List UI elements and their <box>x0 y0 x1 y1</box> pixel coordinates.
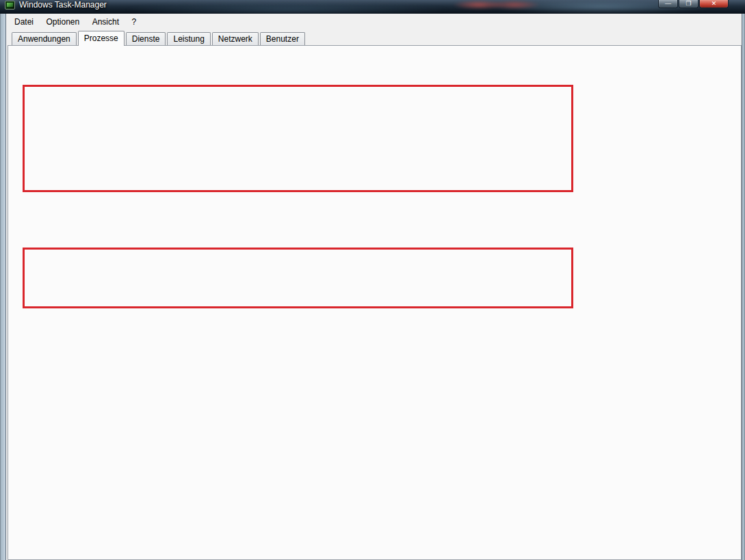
minimize-icon: — <box>665 0 671 7</box>
maximize-button[interactable]: ❐ <box>679 0 698 8</box>
menu-bar: Datei Optionen Ansicht ? <box>6 14 742 29</box>
tab-prozesse[interactable]: Prozesse <box>78 31 125 46</box>
window-controls: — ❐ ✕ <box>657 0 729 8</box>
tab-anwendungen[interactable]: Anwendungen <box>12 32 77 45</box>
processes-tab-panel <box>8 45 742 560</box>
close-icon: ✕ <box>711 0 717 7</box>
minimize-button[interactable]: — <box>658 0 678 8</box>
tab-strip: Anwendungen Prozesse Dienste Leistung Ne… <box>6 30 742 45</box>
menu-ansicht[interactable]: Ansicht <box>88 14 124 27</box>
tab-leistung[interactable]: Leistung <box>167 32 210 45</box>
tab-dienste[interactable]: Dienste <box>126 32 166 45</box>
tab-netzwerk[interactable]: Netzwerk <box>212 32 259 45</box>
tab-benutzer[interactable]: Benutzer <box>260 32 305 45</box>
maximize-icon: ❐ <box>685 0 691 7</box>
close-button[interactable]: ✕ <box>699 0 729 8</box>
window-client-area: Datei Optionen Ansicht ? Anwendungen Pro… <box>5 14 742 560</box>
menu-datei[interactable]: Datei <box>10 14 38 27</box>
aero-glass-reflections <box>0 0 745 14</box>
menu-hilfe[interactable]: ? <box>127 14 141 27</box>
title-bar: Windows Task-Manager — ❐ ✕ <box>0 0 745 14</box>
window-title: Windows Task-Manager <box>19 0 107 11</box>
taskmanager-app-icon <box>5 1 15 10</box>
window-frame-left <box>0 14 5 560</box>
menu-optionen[interactable]: Optionen <box>41 14 84 27</box>
